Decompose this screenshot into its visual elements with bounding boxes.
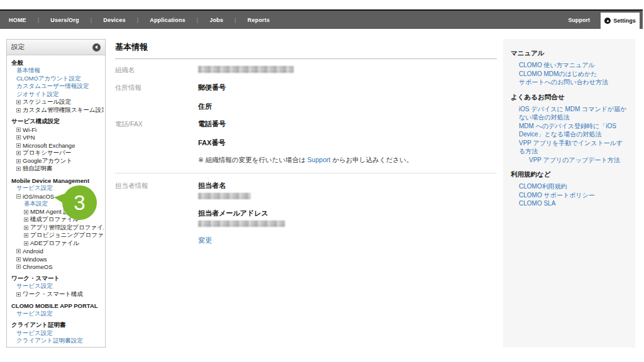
sidebar-item-label: ジオサイト設定 bbox=[16, 90, 59, 99]
sidebar-item: CLOMO MOBILE APP PORTAL bbox=[8, 302, 104, 310]
sidebar-item: サービス構成設定 bbox=[8, 118, 104, 126]
org-name-redacted-value bbox=[198, 66, 294, 73]
sidebar-item[interactable]: カスタム管理権限スキーム設定 bbox=[8, 106, 104, 114]
tree-expand-icon bbox=[24, 241, 28, 246]
nav-tab[interactable]: Jobs bbox=[209, 17, 247, 23]
sidebar-item-label: プロビジョニングプロファイル bbox=[30, 232, 104, 240]
sidebar-item[interactable]: 独自証明書 bbox=[8, 165, 104, 173]
nav-tab[interactable]: Users/Org bbox=[50, 17, 103, 23]
help-link[interactable]: iOS デバイスに MDM コマンドが届かない場合の対処法 bbox=[516, 105, 629, 122]
help-link[interactable]: CLOMO サポートポリシー bbox=[516, 191, 629, 200]
tree-expand-icon bbox=[16, 249, 21, 253]
nav-tab[interactable]: Devices bbox=[103, 17, 150, 23]
sidebar-item-label: Mobile Device Management bbox=[11, 177, 89, 184]
support-link[interactable]: Support bbox=[569, 17, 591, 23]
sidebar-item[interactable]: CLOMOアカウント設定 bbox=[8, 75, 104, 83]
nav-menu: HOMEUsers/OrgDevicesApplicationsJobsRepo… bbox=[0, 17, 292, 23]
sidebar-item-label: Windows bbox=[23, 256, 47, 263]
tree-expand-icon bbox=[16, 257, 21, 261]
contact-email-redacted-value bbox=[198, 221, 285, 227]
help-terms-links: CLOMO利用規約CLOMO サポートポリシーCLOMO SLA bbox=[511, 182, 629, 208]
sidebar-item[interactable]: プロビジョニングプロファイル bbox=[8, 232, 104, 240]
sidebar-item-label: プロキシサーバー bbox=[23, 150, 71, 158]
help-terms-title: 利用規約など bbox=[511, 170, 629, 179]
sidebar-item[interactable]: 構成プロファイル bbox=[8, 216, 104, 224]
phone-fax-label: 電話/FAX bbox=[115, 119, 198, 165]
sidebar-item[interactable]: Android bbox=[8, 248, 104, 256]
help-link[interactable]: CLOMO 使い方マニュアル bbox=[516, 61, 629, 70]
sidebar-item[interactable]: カスタムユーザー情報設定 bbox=[8, 83, 104, 91]
tree-expand-icon bbox=[16, 194, 21, 199]
sidebar-item: Mobile Device Management bbox=[8, 177, 104, 185]
sidebar-item[interactable]: サービス設定 bbox=[8, 310, 104, 318]
sidebar-item-label: アプリ管理設定プロファイル bbox=[30, 224, 104, 232]
sidebar-item[interactable]: VPN bbox=[8, 134, 104, 142]
help-link[interactable]: VPP アプリのアップデート方法 bbox=[521, 156, 629, 165]
help-faq-title: よくあるお問合せ bbox=[511, 93, 629, 102]
settings-tab[interactable]: Settings bbox=[601, 13, 640, 29]
help-link[interactable]: CLOMO SLA bbox=[516, 199, 629, 208]
sidebar-item-label: Wi-Fi bbox=[23, 126, 36, 133]
org-name-row: 組織名 bbox=[115, 65, 497, 75]
help-link[interactable]: CLOMO利用規約 bbox=[516, 182, 629, 191]
sidebar-collapse-button[interactable] bbox=[92, 43, 101, 52]
annotation-step-3-bubble: 3 bbox=[62, 185, 97, 220]
tree-expand-icon bbox=[16, 167, 21, 171]
sidebar-item[interactable]: Googleアカウント bbox=[8, 157, 104, 165]
tree-expand-icon bbox=[16, 135, 21, 140]
help-panel: マニュアル CLOMO 使い方マニュアルCLOMO MDMのはじめかたサポートへ… bbox=[503, 39, 635, 348]
top-navigation-bar: HOMEUsers/OrgDevicesApplicationsJobsRepo… bbox=[0, 9, 643, 29]
sidebar-item: 全般 bbox=[8, 59, 104, 67]
sidebar-item-label: 独自証明書 bbox=[23, 165, 53, 173]
tree-expand-icon bbox=[16, 265, 21, 269]
sidebar-item-label: Microsoft Exchange bbox=[23, 142, 75, 149]
change-link[interactable]: 変更 bbox=[198, 236, 212, 245]
sidebar-item[interactable]: Wi-Fi bbox=[8, 126, 104, 134]
sidebar-item-label: クライアント証明書設定 bbox=[16, 337, 83, 346]
address-label: 住所情報 bbox=[115, 83, 198, 111]
tree-expand-icon bbox=[16, 292, 21, 297]
sidebar-item[interactable]: Microsoft Exchange bbox=[8, 141, 104, 150]
sidebar-item[interactable]: 基本情報 bbox=[8, 67, 104, 75]
help-link[interactable]: サポートへのお問い合わせ方法 bbox=[516, 78, 629, 87]
settings-gear-icon bbox=[604, 18, 611, 24]
sidebar-item-label: CLOMO MOBILE APP PORTAL bbox=[11, 302, 98, 309]
sidebar-item-label: サービス設定 bbox=[16, 185, 53, 193]
nav-tab[interactable]: HOME bbox=[9, 17, 50, 23]
tree-expand-icon bbox=[16, 128, 21, 132]
org-change-note: ※ 組織情報の変更を行いたい場合は Support からお申し込みください。 bbox=[198, 156, 413, 165]
sidebar-item-label: サービス設定 bbox=[16, 283, 53, 291]
sidebar-item: ワーク・スマート bbox=[8, 275, 104, 283]
sidebar-item[interactable]: ジオサイト設定 bbox=[8, 90, 104, 99]
sidebar-item-label: ワーク・スマート bbox=[11, 275, 60, 283]
sidebar-item[interactable]: プロキシサーバー bbox=[8, 150, 104, 158]
support-inline-link[interactable]: Support bbox=[308, 156, 331, 163]
tree-expand-icon bbox=[24, 226, 28, 230]
sidebar-item[interactable]: ChromeOS bbox=[8, 263, 104, 272]
sidebar-item[interactable]: サービス設定 bbox=[8, 329, 104, 337]
sidebar-item[interactable]: サービス設定 bbox=[8, 283, 104, 291]
addr-field-label: 住所 bbox=[198, 102, 226, 111]
sidebar-item[interactable]: アプリ管理設定プロファイル bbox=[8, 224, 104, 232]
help-link[interactable]: VPP アプリを手動でインストールする方法 bbox=[516, 139, 629, 156]
sidebar-item[interactable]: クライアント証明書設定 bbox=[8, 337, 104, 346]
nav-tab[interactable]: Reports bbox=[248, 17, 292, 23]
sidebar-item[interactable]: スケジュール設定 bbox=[8, 99, 104, 107]
sidebar-item-label: Googleアカウント bbox=[23, 157, 72, 165]
sidebar-item[interactable]: Windows bbox=[8, 255, 104, 263]
contact-row: 担当者情報 担当者名 担当者メールアドレス 変更 bbox=[115, 181, 497, 245]
tree-expand-icon bbox=[16, 108, 21, 112]
sidebar-item[interactable]: ADEプロファイル bbox=[8, 239, 104, 248]
sidebar-title: 設定 bbox=[11, 43, 25, 52]
help-manual-title: マニュアル bbox=[511, 49, 629, 58]
sidebar-item-label: ワーク・スマート構成 bbox=[23, 290, 83, 299]
sidebar-item[interactable]: ワーク・スマート構成 bbox=[8, 290, 104, 299]
tel-field-label: 電話番号 bbox=[198, 119, 413, 129]
fax-field-label: FAX番号 bbox=[198, 138, 413, 148]
sidebar-item-label: VPN bbox=[23, 134, 35, 141]
help-link[interactable]: CLOMO MDMのはじめかた bbox=[516, 70, 629, 79]
address-row: 住所情報 郵便番号 住所 bbox=[115, 83, 497, 111]
contact-label: 担当者情報 bbox=[115, 181, 198, 245]
help-link[interactable]: MDM へのデバイス登録時に「iOS Device」となる場合の対処法 bbox=[516, 122, 629, 139]
nav-tab[interactable]: Applications bbox=[150, 17, 209, 23]
